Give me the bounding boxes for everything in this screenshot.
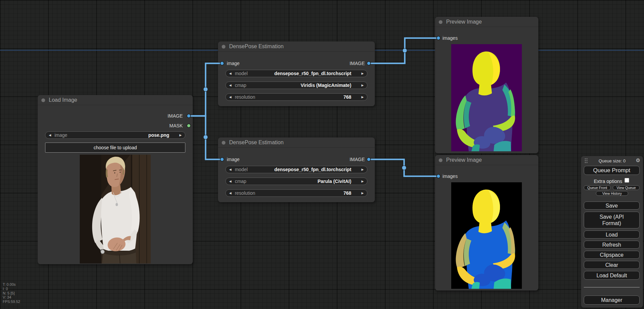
link-load-to-densepose-1[interactable]	[189, 63, 222, 116]
image-combo-widget[interactable]: ◀ image pose.png ▶	[45, 131, 185, 139]
widget-label: model	[235, 71, 248, 76]
input-slot-label: images	[442, 35, 458, 41]
next-value-arrow-icon[interactable]: ▶	[358, 70, 367, 77]
next-value-arrow-icon[interactable]: ▶	[176, 131, 185, 139]
output-slot-label-mask: MASK	[169, 123, 183, 129]
model-combo-widget[interactable]: ◀ model densepose_r50_fpn_dl.torchscript…	[225, 70, 367, 77]
node-densepose-1[interactable]: DensePose Estimation image IMAGE ◀ model…	[218, 41, 375, 106]
widget-label: cmap	[235, 83, 246, 88]
prev-value-arrow-icon[interactable]: ◀	[226, 70, 235, 77]
manager-button[interactable]: Manager	[584, 296, 640, 305]
collapse-dot-icon[interactable]	[222, 141, 225, 145]
clear-button[interactable]: Clear	[584, 261, 640, 269]
widget-value: densepose_r50_fpn_dl.torchscript	[274, 167, 351, 172]
collapse-dot-icon[interactable]	[222, 45, 225, 49]
stat-nodes: N: 5 [5]	[3, 291, 20, 296]
canvas-stats: T: 0.00s I: 0 N: 5 [5] V: 34 FPS:59.52	[3, 282, 20, 304]
stat-time: T: 0.00s	[3, 282, 20, 287]
collapse-dot-icon[interactable]	[439, 158, 442, 162]
view-history-button[interactable]: View History	[596, 191, 628, 196]
prev-value-arrow-icon[interactable]: ◀	[226, 82, 235, 89]
save-button[interactable]: Save	[584, 202, 640, 210]
node-preview-image-1[interactable]: Preview Image images	[435, 17, 538, 153]
queue-front-button[interactable]: Queue Front	[584, 185, 611, 190]
loaded-photo-preview	[80, 155, 151, 264]
decrement-arrow-icon[interactable]: ◀	[226, 189, 235, 197]
cmap-combo-widget[interactable]: ◀ cmap Parula (CivitAI) ▶	[225, 178, 367, 185]
extra-options-checkbox[interactable]	[624, 178, 629, 183]
stat-iterations: I: 0	[3, 287, 20, 291]
node-preview-image-2[interactable]: Preview Image images	[435, 155, 538, 290]
clipspace-button[interactable]: Clipspace	[584, 251, 640, 259]
load-button[interactable]: Load	[584, 230, 640, 239]
queue-size-label: Queue size: 0	[581, 158, 643, 163]
queue-prompt-button[interactable]: Queue Prompt	[584, 166, 640, 175]
node-graph-canvas[interactable]: Load Image IMAGE MASK ◀ image pose.png ▶…	[0, 0, 644, 309]
input-slot-label: image	[227, 60, 240, 66]
link-load-to-densepose-2[interactable]	[189, 116, 222, 159]
prev-value-arrow-icon[interactable]: ◀	[45, 131, 55, 139]
increment-arrow-icon[interactable]: ▶	[358, 93, 367, 101]
output-slot-label-image: IMAGE	[168, 113, 183, 119]
choose-file-button[interactable]: choose file to upload	[45, 143, 185, 153]
node-load-image[interactable]: Load Image IMAGE MASK ◀ image pose.png ▶…	[38, 95, 193, 264]
widget-value: 768	[344, 94, 351, 100]
model-combo-widget[interactable]: ◀ model densepose_r50_fpn_dl.torchscript…	[225, 166, 367, 173]
widget-label: model	[235, 167, 248, 172]
collapse-dot-icon[interactable]	[41, 98, 45, 102]
widget-label: image	[55, 132, 67, 138]
link-midpoint-dot[interactable]	[403, 49, 407, 53]
node-title: Preview Image	[446, 19, 482, 25]
extra-options-label: Extra options	[594, 179, 622, 184]
stat-fps: FPS:59.52	[3, 300, 20, 304]
increment-arrow-icon[interactable]: ▶	[358, 189, 367, 197]
widget-label: resolution	[235, 190, 255, 196]
densepose-viridis-result-image	[451, 44, 522, 151]
widget-label: resolution	[235, 94, 255, 100]
resolution-number-widget[interactable]: ◀ resolution 768 ▶	[225, 93, 367, 101]
densepose-parula-result-image	[451, 182, 522, 289]
link-densepose-1-to-preview-1[interactable]	[369, 38, 438, 63]
view-queue-button[interactable]: View Queue	[613, 185, 640, 190]
node-densepose-2[interactable]: DensePose Estimation image IMAGE ◀ model…	[218, 137, 375, 202]
widget-value: 768	[344, 190, 351, 196]
prev-value-arrow-icon[interactable]: ◀	[226, 166, 235, 173]
node-densepose-2-header[interactable]: DensePose Estimation	[218, 137, 375, 148]
collapse-dot-icon[interactable]	[439, 20, 442, 24]
menu-divider	[584, 287, 640, 287]
save-api-format-button[interactable]: Save (API Format)	[584, 212, 640, 228]
node-preview-2-header[interactable]: Preview Image	[435, 155, 538, 165]
output-slot-label: IMAGE	[350, 156, 365, 162]
widget-value: Parula (CivitAI)	[318, 179, 351, 184]
next-value-arrow-icon[interactable]: ▶	[358, 166, 367, 173]
resolution-number-widget[interactable]: ◀ resolution 768 ▶	[225, 189, 367, 197]
comfy-menu-panel[interactable]: Queue size: 0 ⚙ Queue Prompt Extra optio…	[581, 156, 643, 308]
node-preview-1-header[interactable]: Preview Image	[435, 17, 538, 27]
link-midpoint-dot[interactable]	[204, 135, 208, 140]
stat-version: V: 34	[3, 295, 20, 300]
link-midpoint-dot[interactable]	[204, 87, 208, 92]
prev-value-arrow-icon[interactable]: ◀	[226, 178, 235, 185]
next-value-arrow-icon[interactable]: ▶	[358, 178, 367, 185]
next-value-arrow-icon[interactable]: ▶	[358, 82, 367, 89]
node-load-image-header[interactable]: Load Image	[38, 95, 193, 105]
refresh-button[interactable]: Refresh	[584, 241, 640, 249]
input-slot-label: image	[227, 156, 240, 162]
settings-gear-icon[interactable]: ⚙	[636, 157, 640, 163]
link-densepose-2-to-preview-2[interactable]	[369, 159, 438, 176]
node-title: Preview Image	[446, 157, 482, 163]
widget-value: pose.png	[148, 132, 169, 138]
node-densepose-1-header[interactable]: DensePose Estimation	[218, 41, 375, 52]
node-title: DensePose Estimation	[229, 140, 284, 145]
decrement-arrow-icon[interactable]: ◀	[226, 93, 235, 101]
widget-value: densepose_r50_fpn_dl.torchscript	[274, 71, 351, 76]
node-title: Load Image	[49, 97, 77, 103]
load-default-button[interactable]: Load Default	[584, 271, 640, 280]
cmap-combo-widget[interactable]: ◀ cmap Viridis (MagicAnimate) ▶	[225, 82, 367, 89]
link-midpoint-dot[interactable]	[402, 166, 406, 170]
widget-value: Viridis (MagicAnimate)	[300, 83, 351, 88]
output-slot-label: IMAGE	[350, 60, 365, 66]
input-slot-label: images	[442, 173, 458, 179]
node-title: DensePose Estimation	[229, 43, 284, 49]
widget-label: cmap	[235, 179, 246, 184]
